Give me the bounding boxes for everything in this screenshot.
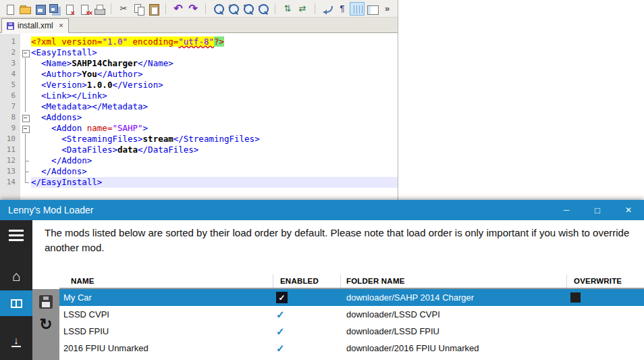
toolbar-overflow-button[interactable]: » (382, 3, 392, 14)
close-all-icon[interactable] (76, 2, 91, 16)
sync-horizontal-icon[interactable]: ⇄ (295, 2, 310, 16)
code-editor[interactable]: 1<?xml version="1.0" encoding="utf-8"?>2… (0, 34, 398, 201)
mod-name: LSSD CVPI (59, 309, 273, 319)
enabled-check-icon[interactable]: ✓ (276, 326, 285, 336)
maximize-button[interactable]: □ (582, 200, 613, 220)
lml-titlebar[interactable]: Lenny's Mod Loader ─ □ ✕ (0, 200, 644, 220)
lml-sidebar: ⌂↓ (0, 220, 32, 360)
refresh-button[interactable]: ↻ (36, 316, 55, 332)
mod-row[interactable]: My Car✓downloader/SAHP 2014 Charger (59, 289, 644, 306)
lml-window: Lenny's Mod Loader ─ □ ✕ ⌂↓ ↻ The mods l… (0, 200, 644, 360)
fold-toggle-icon[interactable] (20, 123, 31, 134)
overwrite-checkbox[interactable] (570, 292, 581, 303)
redo-icon[interactable]: ↷ (186, 2, 200, 16)
mods-table: NAMEENABLEDFOLDER NAMEOVERWRITE My Car✓d… (59, 274, 644, 360)
code-text: </Addons> (31, 166, 398, 177)
zoom-in-icon[interactable]: + (240, 2, 255, 16)
mod-row[interactable]: 2016 FPIU Unmarked✓downloader/2016 FPIU … (59, 340, 644, 357)
code-line: 12 </Addon> (0, 155, 398, 166)
fold-margin (20, 101, 31, 112)
mod-folder: downloader/SAHP 2014 Charger (341, 292, 567, 303)
code-text: <StreamingFiles>stream</StreamingFiles> (31, 134, 398, 145)
home-icon: ⌂ (12, 269, 21, 283)
close-file-icon[interactable] (61, 2, 76, 16)
show-all-chars-icon[interactable]: ¶ (335, 2, 350, 16)
line-number: 7 (0, 101, 20, 112)
line-number: 12 (0, 155, 20, 166)
save-load-order-button[interactable] (36, 294, 55, 310)
code-text: <Name>SAHP14Charger</Name> (31, 58, 398, 69)
notepad-window: ✂↶↷a+−⇅⇄¶ » install.xml ✕ 1<?xml version… (0, 0, 398, 201)
minimize-button[interactable]: ─ (551, 200, 582, 220)
mod-name: LSSD FPIU (59, 326, 273, 336)
column-header-folder-name[interactable]: FOLDER NAME (341, 274, 567, 288)
fold-margin (20, 36, 31, 47)
find-icon[interactable] (211, 2, 225, 16)
download-icon: ↓ (11, 335, 21, 347)
mods-icon (11, 299, 22, 308)
toolbar-separator (270, 3, 275, 14)
code-text: <Author>You</Author> (31, 69, 398, 80)
close-button[interactable]: ✕ (613, 200, 644, 220)
mod-folder: downloader/LSSD FPIU (341, 326, 567, 336)
notepad-toolbar: ✂↶↷a+−⇅⇄¶ » (0, 0, 398, 18)
sidebar-item-mods[interactable] (0, 290, 32, 316)
show-indent-guide-icon[interactable] (350, 2, 365, 16)
line-number: 14 (0, 177, 20, 188)
code-line: 6 <Link></Link> (0, 91, 398, 101)
tab-close-icon[interactable]: ✕ (59, 22, 64, 29)
sidebar-item-home[interactable]: ⌂ (0, 266, 32, 285)
save-icon (39, 295, 53, 309)
function-list-icon[interactable] (365, 2, 379, 16)
fold-margin (20, 91, 31, 101)
sync-vertical-icon[interactable]: ⇅ (280, 2, 295, 16)
code-line: 5 <Version>1.0.0</Version> (0, 80, 398, 91)
window-title: Lenny's Mod Loader (0, 205, 93, 215)
enabled-cell: ✓ (273, 326, 341, 336)
new-file-icon[interactable] (2, 2, 17, 16)
sidebar-item-download[interactable]: ↓ (0, 331, 32, 351)
mod-row[interactable]: LSSD FPIU✓downloader/LSSD FPIU (59, 323, 644, 340)
fold-margin (20, 155, 31, 166)
enabled-checkbox[interactable]: ✓ (276, 292, 288, 303)
save-all-icon[interactable] (47, 2, 61, 16)
enabled-check-icon[interactable]: ✓ (276, 309, 285, 319)
toolbar-icons: ✂↶↷a+−⇅⇄¶ (2, 2, 379, 16)
tab-install-xml[interactable]: install.xml ✕ (1, 18, 69, 33)
word-wrap-icon[interactable] (320, 2, 335, 16)
replace-icon[interactable]: a (225, 2, 240, 16)
column-header-overwrite[interactable]: OVERWRITE (567, 274, 644, 288)
column-header-name[interactable]: NAME (59, 274, 273, 288)
fold-toggle-icon[interactable] (20, 112, 31, 123)
lml-body: ⌂↓ ↻ The mods listed below are sorted by… (0, 220, 644, 360)
copy-icon[interactable] (131, 2, 146, 16)
overwrite-cell (567, 292, 644, 303)
fold-margin (20, 58, 31, 69)
save-file-icon[interactable] (32, 2, 47, 16)
undo-icon[interactable]: ↶ (171, 2, 186, 16)
code-line: 9 <Addon name="SAHP"> (0, 123, 398, 134)
line-number: 9 (0, 123, 20, 134)
enabled-check-icon[interactable]: ✓ (276, 343, 285, 353)
code-text: <Version>1.0.0</Version> (31, 80, 398, 91)
line-number: 13 (0, 166, 20, 177)
code-text: <Link></Link> (31, 91, 398, 101)
paste-icon[interactable] (146, 2, 161, 16)
print-icon[interactable] (91, 2, 106, 16)
column-header-enabled[interactable]: ENABLED (273, 274, 341, 288)
mod-folder: downloader/LSSD CVPI (341, 309, 567, 319)
toolbar-separator (200, 3, 206, 14)
zoom-out-icon[interactable]: − (255, 2, 270, 16)
code-text: <DataFiles>data</DataFiles> (31, 145, 398, 155)
mod-row[interactable]: LSSD CVPI✓downloader/LSSD CVPI (59, 306, 644, 323)
toolbar-separator (106, 3, 111, 14)
code-line: 7 <Metadata></Metadata> (0, 101, 398, 112)
open-file-icon[interactable] (17, 2, 32, 16)
menu-icon (9, 230, 24, 241)
cut-icon[interactable]: ✂ (116, 2, 131, 16)
notepad-tab-bar: install.xml ✕ (0, 18, 398, 33)
sidebar-item-menu[interactable] (0, 226, 32, 245)
toolbar-separator (310, 3, 315, 14)
fold-toggle-icon[interactable] (20, 47, 31, 58)
code-line: 10 <StreamingFiles>stream</StreamingFile… (0, 134, 398, 145)
